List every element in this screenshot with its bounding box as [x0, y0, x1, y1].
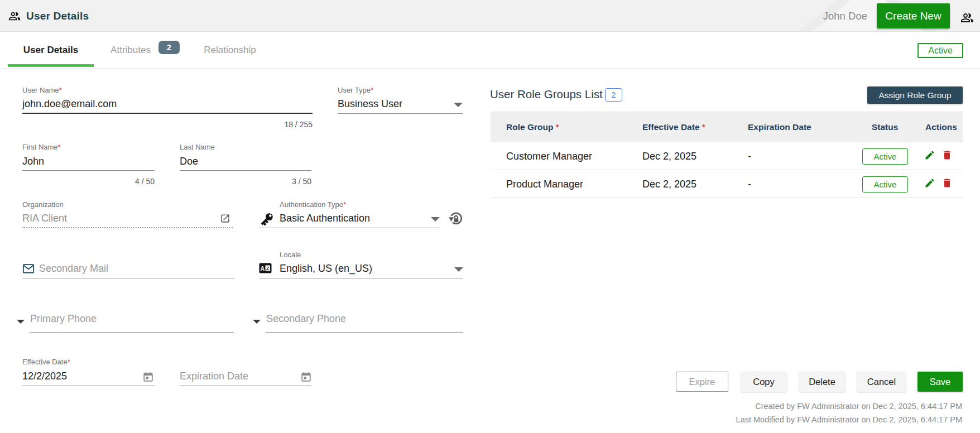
svg-text:A: A: [260, 265, 265, 272]
svg-text:Z: Z: [266, 266, 269, 271]
